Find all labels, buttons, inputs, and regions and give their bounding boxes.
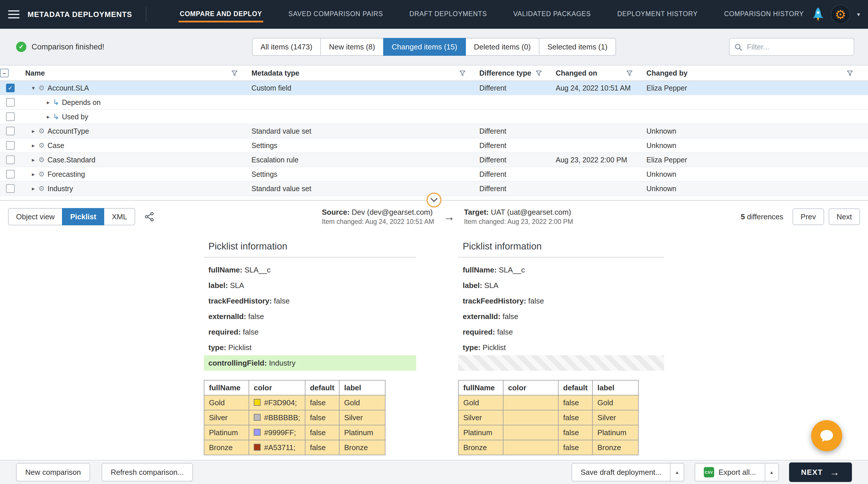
chat-bubble-icon [819, 429, 834, 443]
filter-funnel-icon[interactable] [231, 70, 238, 76]
filter-funnel-icon[interactable] [536, 70, 542, 76]
comparison-grid: – Name Metadata type Difference type Cha… [0, 65, 868, 196]
dependency-arrow-icon: ↳ [53, 98, 59, 107]
field-externalid: externalIdfalse [204, 309, 416, 324]
refresh-comparison-button[interactable]: Refresh comparison... [102, 463, 193, 481]
row-name: Forecasting [48, 170, 85, 178]
cell-metadata-type: Standard value set [247, 182, 475, 195]
metadata-type-icon: ⚙ [38, 84, 45, 92]
collapse-detail-button[interactable] [427, 193, 441, 207]
picklist-row-silver: Silver #BBBBBB; false Silver [204, 410, 385, 425]
filter-tab-new-items[interactable]: New items (8) [320, 38, 383, 56]
chevron-right-icon[interactable]: ▸ [45, 113, 52, 120]
table-row-depends-on[interactable]: ▸ ↳ Depends on [0, 95, 868, 110]
nav-tab-saved-comparison-pairs[interactable]: SAVED COMPARISON PAIRS [287, 7, 384, 22]
metadata-type-icon: ⚙ [38, 156, 45, 164]
row-checkbox[interactable] [6, 112, 14, 121]
export-all-button[interactable]: CSV Export all... [694, 463, 765, 481]
chevron-down-icon[interactable]: ▾ [30, 85, 37, 91]
filter-funnel-icon[interactable] [847, 70, 853, 76]
column-header-difference-type: Difference type [479, 69, 531, 77]
filter-tab-deleted-items[interactable]: Deleted items (0) [465, 38, 539, 56]
new-comparison-button[interactable]: New comparison [16, 463, 90, 481]
field-required: requiredfalse [204, 324, 416, 340]
hamburger-menu-icon[interactable] [8, 10, 20, 19]
row-name: AccountType [48, 127, 89, 135]
next-button[interactable]: NEXT → [789, 462, 852, 482]
cell-changed-on [551, 124, 642, 138]
rocket-icon[interactable] [812, 7, 824, 22]
row-name: Used by [62, 113, 88, 121]
row-checkbox[interactable] [6, 184, 14, 193]
source-panel-title: Picklist information [204, 241, 416, 258]
share-icon[interactable] [144, 212, 154, 222]
cell-metadata-type: Escalation rule [247, 153, 475, 167]
row-checkbox[interactable] [6, 127, 14, 135]
row-checkbox[interactable] [6, 155, 14, 164]
nav-tab-comparison-history[interactable]: COMPARISON HISTORY [723, 7, 805, 22]
table-row-case[interactable]: ▸ ⚙ Case Settings Different Unknown [0, 139, 868, 153]
table-row-accounttype[interactable]: ▸ ⚙ AccountType Standard value set Diffe… [0, 124, 868, 139]
row-checkbox[interactable] [6, 141, 14, 150]
chevron-right-icon[interactable]: ▸ [45, 99, 52, 106]
table-row-case-standard[interactable]: ▸ ⚙ Case.Standard Escalation rule Differ… [0, 153, 868, 167]
picklist-row-platinum: Platinum #9999FF; false Platinum [204, 425, 385, 440]
nav-tab-compare-and-deploy[interactable]: COMPARE AND DEPLOY [179, 7, 263, 22]
cell-difference-type: Different [475, 167, 551, 181]
row-checkbox[interactable] [6, 170, 14, 178]
row-checkbox[interactable] [6, 98, 14, 107]
field-trackfeedhistory: trackFeedHistoryfalse [204, 293, 416, 309]
cell-metadata-type: Settings [247, 167, 475, 181]
filter-tab-changed-items[interactable]: Changed items (15) [383, 38, 466, 56]
field-label: labelSLA [204, 278, 416, 293]
save-draft-caret-icon[interactable]: ▴ [670, 463, 684, 481]
filter-funnel-icon[interactable] [459, 70, 466, 76]
account-menu-caret-icon[interactable]: ▾ [857, 11, 860, 18]
cell-difference-type: Different [475, 81, 551, 95]
row-checkbox[interactable]: ✓ [6, 84, 14, 92]
nav-tab-draft-deployments[interactable]: DRAFT DEPLOYMENTS [408, 7, 488, 22]
chevron-right-icon[interactable]: ▸ [30, 127, 37, 135]
prev-difference-button[interactable]: Prev [793, 208, 824, 225]
source-panel: Picklist information fullNameSLA__c labe… [204, 229, 416, 455]
user-avatar-gear-icon[interactable]: ⚙ [831, 5, 850, 24]
diff-content: Picklist information fullNameSLA__c labe… [0, 229, 868, 460]
csv-icon: CSV [704, 467, 714, 477]
source-item-changed: Item changed: Aug 24, 2022 10:51 AM [322, 218, 434, 226]
picklist-row-gold: Gold false Gold [458, 395, 639, 410]
metadata-type-icon: ⚙ [38, 170, 45, 178]
filter-tab-selected-items[interactable]: Selected items (1) [539, 38, 616, 56]
source-summary: Source: Dev (dev@gearset.com) Item chang… [322, 208, 434, 226]
chevron-right-icon[interactable]: ▸ [30, 185, 37, 192]
select-all-checkbox[interactable]: – [0, 69, 9, 77]
field-type: typePicklist [204, 340, 416, 355]
filter-input[interactable] [729, 38, 854, 56]
filter-funnel-icon[interactable] [626, 70, 632, 76]
chevron-right-icon[interactable]: ▸ [30, 142, 37, 149]
cell-metadata-type: Custom field [247, 81, 475, 95]
table-row-used-by[interactable]: ▸ ↳ Used by [0, 110, 868, 124]
export-caret-icon[interactable]: ▴ [765, 463, 779, 481]
nav-tab-deployment-history[interactable]: DEPLOYMENT HISTORY [616, 7, 699, 22]
chevron-right-icon[interactable]: ▸ [30, 156, 37, 163]
chat-fab-button[interactable] [811, 420, 842, 451]
source-to-target-arrow-icon: → [443, 210, 455, 223]
picklist-row-silver: Silver false Silver [458, 410, 639, 425]
main-nav: COMPARE AND DEPLOY SAVED COMPARISON PAIR… [179, 0, 805, 29]
chevron-right-icon[interactable]: ▸ [30, 171, 37, 178]
nav-tab-validated-packages[interactable]: VALIDATED PACKAGES [512, 7, 592, 22]
view-tab-object-view[interactable]: Object view [8, 208, 63, 225]
view-tab-picklist[interactable]: Picklist [62, 208, 104, 225]
field-trackfeedhistory: trackFeedHistoryfalse [458, 293, 664, 309]
save-draft-deployment-button[interactable]: Save draft deployment... [571, 463, 671, 481]
picklist-row-bronze: Bronze #A53711; false Bronze [204, 440, 385, 455]
table-row-account-sla[interactable]: ✓ ▾ ⚙ Account.SLA Custom field Different… [0, 81, 868, 95]
top-navbar: METADATA DEPLOYMENTS COMPARE AND DEPLOY … [0, 0, 868, 29]
next-difference-button[interactable]: Next [829, 208, 860, 225]
view-tab-xml[interactable]: XML [104, 208, 135, 225]
cell-changed-by: Unknown [642, 182, 868, 195]
dependency-arrow-icon: ↳ [53, 112, 59, 121]
table-row-forecasting[interactable]: ▸ ⚙ Forecasting Settings Different Unkno… [0, 167, 868, 182]
navbar-divider [146, 7, 146, 22]
filter-tab-all-items[interactable]: All items (1473) [252, 38, 321, 56]
